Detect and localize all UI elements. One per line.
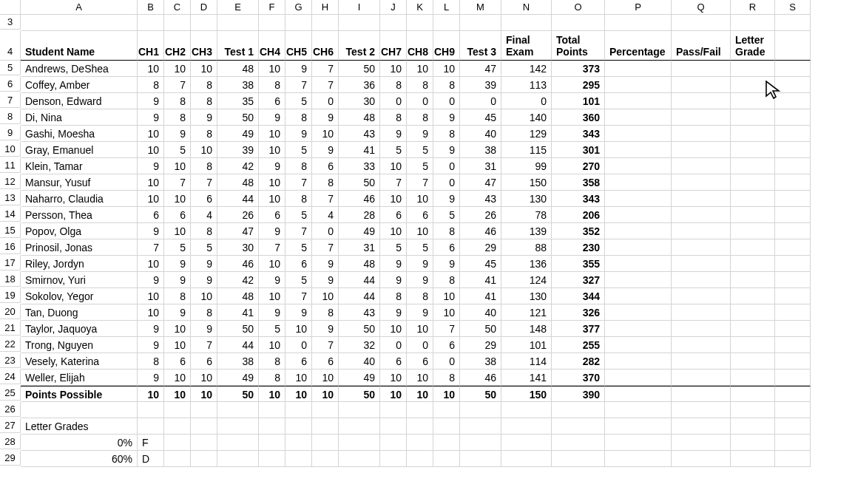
cell-empty[interactable] [380, 435, 407, 451]
total-points-cell[interactable]: 360 [552, 109, 605, 126]
cell-empty[interactable] [605, 93, 672, 109]
data-cell[interactable]: 9 [191, 109, 217, 126]
data-cell[interactable]: 6 [380, 353, 407, 370]
cell-empty[interactable] [672, 353, 731, 370]
data-cell[interactable]: 0 [285, 337, 312, 353]
cell-empty[interactable] [605, 256, 672, 272]
data-cell[interactable]: 6 [312, 353, 339, 370]
cell-empty[interactable] [731, 191, 775, 207]
data-cell[interactable]: 50 [217, 109, 259, 126]
cell-empty[interactable] [605, 353, 672, 370]
row-head-14[interactable]: 14 [0, 207, 21, 222]
data-cell[interactable]: 10 [259, 61, 285, 77]
total-points-cell[interactable]: 352 [552, 223, 605, 239]
points-possible-cell[interactable]: 390 [552, 386, 605, 402]
cell-empty[interactable] [731, 256, 775, 272]
cell-empty[interactable] [605, 321, 672, 337]
cell-empty[interactable] [21, 15, 138, 31]
data-cell[interactable]: 136 [501, 256, 552, 272]
data-cell[interactable]: 114 [501, 353, 552, 370]
header-K[interactable]: CH8 [407, 31, 433, 61]
data-cell[interactable]: 78 [501, 207, 552, 223]
cell-empty[interactable] [605, 304, 672, 321]
data-cell[interactable]: 5 [407, 158, 433, 174]
data-cell[interactable]: 8 [285, 158, 312, 174]
data-cell[interactable]: 5 [285, 272, 312, 288]
data-cell[interactable]: 0 [380, 93, 407, 109]
col-head-M[interactable]: M [460, 0, 501, 15]
cell-empty[interactable] [672, 207, 731, 223]
student-name[interactable]: Popov, Olga [21, 223, 138, 239]
data-cell[interactable]: 47 [460, 61, 501, 77]
cell-empty[interactable] [731, 370, 775, 386]
data-cell[interactable]: 9 [285, 304, 312, 321]
data-cell[interactable]: 5 [191, 239, 217, 256]
data-cell[interactable]: 10 [285, 370, 312, 386]
data-cell[interactable]: 50 [217, 321, 259, 337]
data-cell[interactable]: 9 [407, 272, 433, 288]
student-name[interactable]: Mansur, Yusuf [21, 174, 138, 191]
col-head-S[interactable]: S [775, 0, 811, 15]
cell-empty[interactable] [672, 77, 731, 93]
cell-empty[interactable] [775, 109, 811, 126]
data-cell[interactable]: 8 [191, 304, 217, 321]
data-cell[interactable]: 10 [380, 321, 407, 337]
cell-empty[interactable] [775, 402, 811, 418]
row-head-18[interactable]: 18 [0, 272, 21, 287]
total-points-cell[interactable]: 343 [552, 126, 605, 142]
row-head-27[interactable]: 27 [0, 418, 21, 433]
data-cell[interactable]: 5 [407, 142, 433, 158]
cell-empty[interactable] [775, 418, 811, 435]
cell-empty[interactable] [672, 93, 731, 109]
data-cell[interactable]: 139 [501, 223, 552, 239]
cell-empty[interactable] [164, 15, 191, 31]
data-cell[interactable]: 99 [501, 158, 552, 174]
cell-empty[interactable] [731, 61, 775, 77]
total-points-cell[interactable]: 355 [552, 256, 605, 272]
data-cell[interactable]: 31 [460, 158, 501, 174]
data-cell[interactable]: 10 [138, 256, 164, 272]
cell-empty[interactable] [672, 256, 731, 272]
cell-empty[interactable] [138, 402, 164, 418]
data-cell[interactable]: 9 [138, 272, 164, 288]
data-cell[interactable]: 9 [138, 223, 164, 239]
data-cell[interactable]: 10 [259, 337, 285, 353]
cell-empty[interactable] [191, 402, 217, 418]
cell-empty[interactable] [775, 370, 811, 386]
total-points-cell[interactable]: 206 [552, 207, 605, 223]
cell-empty[interactable] [775, 451, 811, 467]
student-name[interactable]: Di, Nina [21, 109, 138, 126]
header-Q[interactable]: Pass/Fail [672, 31, 731, 61]
data-cell[interactable]: 8 [433, 126, 460, 142]
cell-empty[interactable] [552, 451, 605, 467]
student-name[interactable]: Smirnov, Yuri [21, 272, 138, 288]
data-cell[interactable]: 8 [164, 288, 191, 304]
cell-empty[interactable] [775, 435, 811, 451]
cell-empty[interactable] [672, 304, 731, 321]
cell-empty[interactable] [775, 223, 811, 239]
cell-empty[interactable] [460, 451, 501, 467]
student-name[interactable]: Tan, Duong [21, 304, 138, 321]
data-cell[interactable]: 41 [217, 304, 259, 321]
data-cell[interactable]: 0 [433, 93, 460, 109]
cell-empty[interactable] [605, 386, 672, 402]
student-name[interactable]: Gashi, Moesha [21, 126, 138, 142]
data-cell[interactable]: 8 [433, 223, 460, 239]
header-F[interactable]: CH4 [259, 31, 285, 61]
data-cell[interactable]: 10 [138, 142, 164, 158]
data-cell[interactable]: 8 [407, 288, 433, 304]
data-cell[interactable]: 7 [164, 174, 191, 191]
cell-empty[interactable] [775, 239, 811, 256]
cell-empty[interactable] [312, 451, 339, 467]
points-possible-cell[interactable]: 10 [164, 386, 191, 402]
cell-empty[interactable] [775, 304, 811, 321]
row-head-7[interactable]: 7 [0, 93, 21, 108]
data-cell[interactable]: 4 [312, 207, 339, 223]
data-cell[interactable]: 9 [433, 109, 460, 126]
cell-empty[interactable] [312, 402, 339, 418]
data-cell[interactable]: 42 [217, 158, 259, 174]
cell-empty[interactable] [731, 386, 775, 402]
row-head-6[interactable]: 6 [0, 77, 21, 92]
data-cell[interactable]: 8 [407, 109, 433, 126]
cell-empty[interactable] [672, 239, 731, 256]
